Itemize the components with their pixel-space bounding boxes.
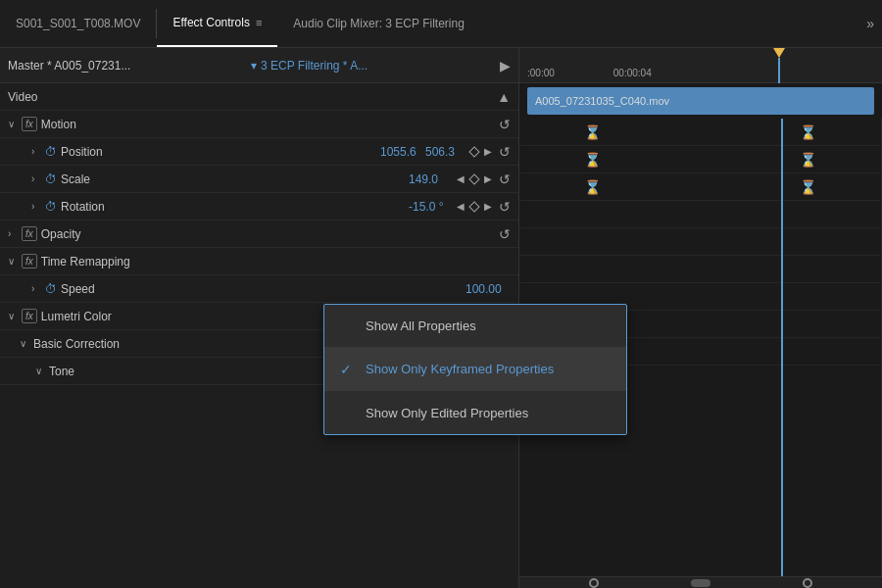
tab-menu-icon[interactable]: ≡ [256, 17, 262, 28]
opacity-fx-badge: fx [22, 226, 37, 241]
sequence-clip-name: 3 ECP Filtering * A... [261, 59, 500, 73]
position-row: › ⏱ Position 1055.6 506.3 ▶ ↺ [0, 138, 518, 166]
tab-effect-controls[interactable]: Effect Controls ≡ [157, 0, 277, 47]
position-expand-arrow[interactable]: › [31, 146, 45, 157]
video-section-header: Video ▲ [0, 83, 518, 111]
ruler-start-label: :00:00 [527, 68, 555, 78]
rotation-keyframe-diamond[interactable] [468, 201, 479, 212]
scroll-left-dot[interactable] [589, 578, 599, 588]
opacity-reset-button[interactable]: ↺ [499, 226, 511, 242]
rotation-stopwatch-icon[interactable]: ⏱ [45, 200, 57, 214]
tab-right-section: Audio Clip Mixer: 3 ECP Filtering » [277, 16, 882, 31]
motion-reset-button[interactable]: ↺ [499, 117, 511, 132]
time-remapping-label: Time Remapping [41, 255, 511, 269]
position-controls: ▶ [470, 146, 495, 157]
context-menu-item-show-keyframed[interactable]: ✓ Show Only Keyframed Properties [324, 348, 626, 391]
playhead-line [778, 58, 780, 83]
opacity-label: Opacity [41, 227, 499, 241]
track-row-position: ⌛ ⌛ [519, 119, 881, 146]
track-row-rotation: ⌛ ⌛ [519, 173, 881, 201]
rotation-reset-button[interactable]: ↺ [499, 199, 511, 215]
clip-block[interactable]: A005_07231035_C040.mov [527, 87, 874, 115]
lumetri-expand-arrow[interactable]: ∨ [8, 311, 22, 321]
keyframe-icon-3: ⌛ [584, 152, 601, 168]
clip-selector-row: Master * A005_07231... ▾ 3 ECP Filtering… [0, 48, 518, 83]
scale-next-keyframe[interactable]: ▶ [481, 173, 495, 184]
basic-correction-expand-arrow[interactable]: ∨ [20, 338, 33, 349]
master-clip-name: Master * A005_07231... [8, 59, 247, 73]
rotation-value[interactable]: -15.0 ° [409, 200, 448, 214]
lumetri-fx-badge: fx [22, 309, 37, 323]
timeline-ruler: :00:00 00:00:04 [519, 48, 882, 83]
rotation-row: › ⏱ Rotation -15.0 ° ◀ ▶ ↺ [0, 193, 518, 220]
track-row-scale: ⌛ ⌛ [519, 146, 881, 173]
position-stopwatch-icon[interactable]: ⏱ [45, 145, 57, 159]
scale-controls: ◀ ▶ [454, 173, 495, 184]
rotation-controls: ◀ ▶ [454, 201, 495, 212]
speed-row: › ⏱ Speed 100.00 [0, 275, 518, 303]
scale-prev-keyframe[interactable]: ◀ [454, 173, 467, 184]
rotation-next-keyframe[interactable]: ▶ [481, 201, 495, 212]
motion-fx-badge: fx [22, 117, 37, 131]
clip-block-name: A005_07231035_C040.mov [535, 95, 669, 107]
position-next-keyframe[interactable]: ▶ [481, 146, 495, 157]
context-menu-show-keyframed-label: Show Only Keyframed Properties [366, 362, 554, 376]
opacity-expand-arrow[interactable]: › [8, 228, 22, 239]
scale-reset-button[interactable]: ↺ [499, 172, 511, 187]
position-value-x[interactable]: 1055.6 [380, 145, 419, 159]
position-label: Position [61, 145, 380, 159]
rotation-label: Rotation [61, 200, 409, 214]
scale-stopwatch-icon[interactable]: ⏱ [45, 172, 57, 186]
fx-time-remapping-row[interactable]: ∨ fx Time Remapping [0, 248, 518, 275]
speed-expand-arrow[interactable]: › [31, 283, 45, 294]
speed-value[interactable]: 100.00 [466, 282, 505, 296]
tab-file[interactable]: S001_S001_T008.MOV [0, 0, 156, 47]
scale-expand-arrow[interactable]: › [31, 173, 45, 184]
video-section-title: Video [8, 90, 497, 104]
playhead-marker [774, 48, 784, 83]
rotation-prev-keyframe[interactable]: ◀ [454, 201, 467, 212]
clip-dropdown-arrow[interactable]: ▾ [251, 59, 257, 73]
context-menu-item-show-edited[interactable]: Show Only Edited Properties [324, 391, 626, 434]
time-remapping-fx-badge: fx [22, 254, 37, 269]
context-menu-show-all-label: Show All Properties [366, 318, 476, 333]
rotation-expand-arrow[interactable]: › [31, 201, 45, 212]
motion-expand-arrow[interactable]: ∨ [8, 119, 22, 129]
scale-value[interactable]: 149.0 [409, 172, 448, 186]
track-row-opacity [519, 201, 881, 228]
context-menu-show-edited-label: Show Only Edited Properties [366, 406, 528, 420]
playhead-vertical-line [781, 119, 783, 576]
tab-expand-button[interactable]: » [858, 16, 882, 31]
keyframe-icon-5: ⌛ [584, 179, 601, 195]
fx-motion-row[interactable]: ∨ fx Motion ↺ [0, 111, 518, 138]
speed-label: Speed [61, 282, 466, 296]
ruler-end-label: 00:00:04 [613, 68, 652, 78]
clip-play-button[interactable]: ▶ [500, 58, 511, 74]
position-value-y[interactable]: 506.3 [425, 145, 465, 159]
keyframe-icon-2: ⌛ [800, 124, 816, 140]
track-row-time-remapping [519, 228, 881, 256]
tone-expand-arrow[interactable]: ∨ [35, 366, 49, 376]
position-reset-button[interactable]: ↺ [499, 144, 511, 160]
check-icon: ✓ [340, 362, 356, 377]
tab-effect-controls-label: Effect Controls [172, 16, 249, 29]
scroll-thumb[interactable] [691, 579, 710, 587]
time-remapping-expand-arrow[interactable]: ∨ [8, 256, 22, 267]
context-menu: Show All Properties ✓ Show Only Keyframe… [323, 304, 627, 435]
scale-keyframe-diamond[interactable] [468, 173, 479, 184]
tab-bar: S001_S001_T008.MOV Effect Controls ≡ Aud… [0, 0, 882, 48]
timeline-scrollbar[interactable] [519, 576, 882, 588]
tab-file-label: S001_S001_T008.MOV [16, 17, 140, 30]
speed-stopwatch-icon[interactable]: ⏱ [45, 282, 57, 296]
track-row-speed [519, 256, 881, 283]
scale-label: Scale [61, 172, 409, 186]
keyframe-icon-1: ⌛ [584, 124, 601, 140]
position-keyframe-diamond[interactable] [468, 146, 479, 157]
video-collapse-button[interactable]: ▲ [497, 89, 511, 105]
context-menu-item-show-all[interactable]: Show All Properties [324, 305, 626, 348]
scale-row: › ⏱ Scale 149.0 ◀ ▶ ↺ [0, 166, 518, 193]
motion-label: Motion [41, 118, 499, 131]
fx-opacity-row[interactable]: › fx Opacity ↺ [0, 220, 518, 248]
playhead-triangle [773, 48, 785, 58]
scroll-right-dot[interactable] [803, 578, 812, 588]
